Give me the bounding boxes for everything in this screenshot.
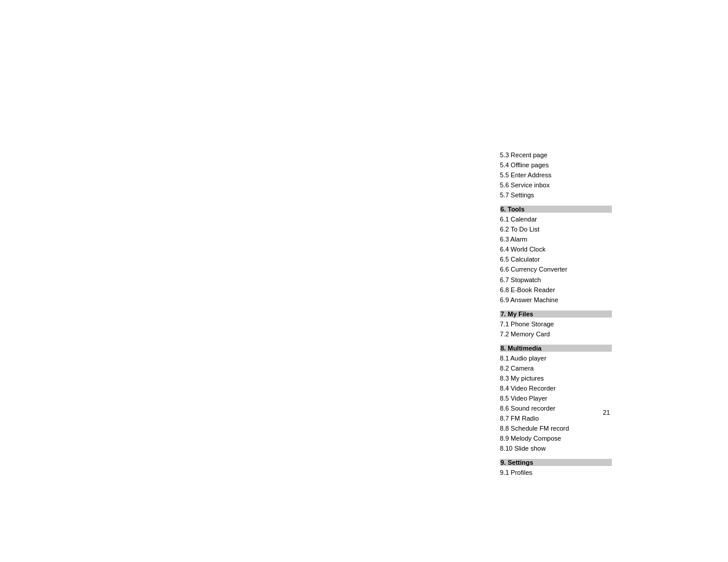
toc-item-8-3: 8.3 My pictures [500, 373, 635, 384]
section-8-header-wrapper: 8. Multimedia [500, 345, 635, 352]
section-6-header-label: 6. Tools [500, 206, 635, 213]
toc-item-6-7: 6.7 Stopwatch [500, 275, 635, 285]
toc-item-6-4: 6.4 World Clock [500, 244, 635, 254]
section-7-header-label: 7. My Files [500, 310, 635, 318]
section-7: 7. My Files 7.1 Phone Storage 7.2 Memory… [500, 310, 635, 339]
toc-item-6-9: 6.9 Answer Machine [500, 295, 635, 305]
toc-item-5-5: 5.5 Enter Address [500, 170, 635, 180]
toc-item-5-7: 5.7 Settings [500, 190, 635, 200]
toc-item-8-5: 8.5 Video Player [500, 394, 635, 404]
toc-item-5-4: 5.4 Offline pages [500, 160, 635, 170]
toc-item-6-1: 6.1 Calendar [500, 214, 635, 224]
page-number: 21 [603, 409, 610, 416]
toc-item-8-6: 8.6 Sound recorder [500, 404, 635, 414]
toc-item-7-2: 7.2 Memory Card [500, 329, 635, 339]
section-7-header-wrapper: 7. My Files [500, 310, 635, 318]
toc-item-7-1: 7.1 Phone Storage [500, 319, 635, 329]
section-6: 6. Tools 6.1 Calendar 6.2 To Do List 6.3… [500, 206, 635, 305]
toc-item-5-3: 5.3 Recent page [500, 150, 635, 160]
toc-item-8-1: 8.1 Audio player [500, 353, 635, 363]
toc-item-8-8: 8.8 Schedule FM record [500, 424, 635, 434]
section-8: 8. Multimedia 8.1 Audio player 8.2 Camer… [500, 345, 635, 454]
toc-item-8-7: 8.7 FM Radio [500, 414, 635, 424]
toc-item-6-6: 6.6 Currency Converter [500, 265, 635, 275]
section-8-header-label: 8. Multimedia [500, 345, 635, 352]
toc-item-6-8: 6.8 E-Book Reader [500, 285, 635, 295]
section-5-continuation: 5.3 Recent page 5.4 Offline pages 5.5 En… [500, 150, 635, 200]
section-9: 9. Settings 9.1 Profiles [500, 459, 635, 478]
section-9-header-label: 9. Settings [500, 459, 635, 466]
toc-item-5-6: 5.6 Service inbox [500, 180, 635, 190]
toc-item-6-5: 6.5 Calculator [500, 254, 635, 265]
section-9-header-wrapper: 9. Settings [500, 459, 635, 466]
toc-item-9-1: 9.1 Profiles [500, 468, 635, 478]
toc-item-8-4: 8.4 Video Recorder [500, 384, 635, 394]
toc-item-6-3: 6.3 Alarm [500, 234, 635, 244]
page-container: 5.3 Recent page 5.4 Offline pages 5.5 En… [0, 0, 728, 562]
toc-item-8-10: 8.10 Slide show [500, 444, 635, 454]
toc-item-8-9: 8.9 Melody Compose [500, 434, 635, 444]
toc-item-8-2: 8.2 Camera [500, 363, 635, 373]
section-6-header-wrapper: 6. Tools [500, 206, 635, 213]
content-area: 5.3 Recent page 5.4 Offline pages 5.5 En… [500, 150, 635, 478]
toc-item-6-2: 6.2 To Do List [500, 224, 635, 234]
